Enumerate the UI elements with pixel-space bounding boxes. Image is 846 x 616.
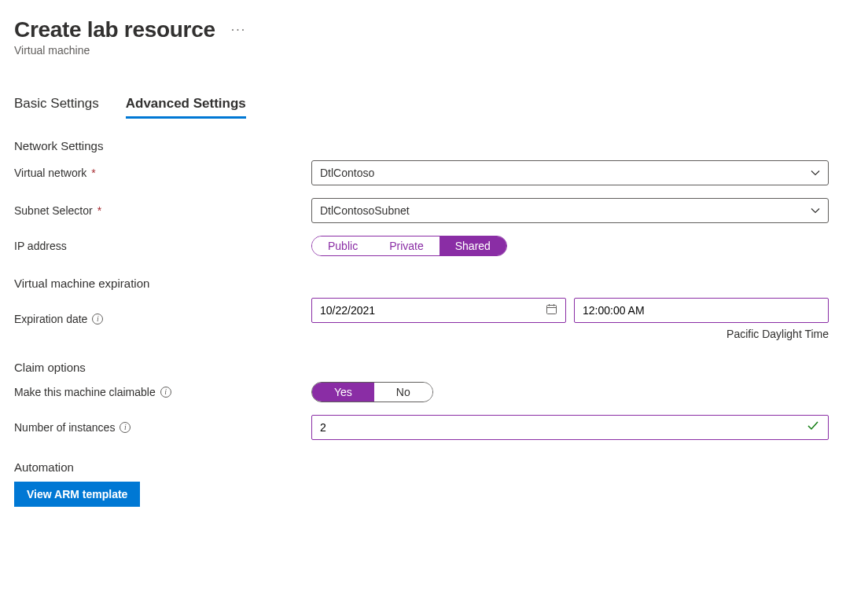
label-subnet-selector-text: Subnet Selector — [14, 204, 93, 217]
virtual-network-value: DtlContoso — [320, 167, 374, 179]
expiration-date-field[interactable] — [320, 304, 546, 317]
section-claim-options: Claim options — [14, 361, 832, 374]
page-title: Create lab resource — [14, 17, 215, 42]
label-expiration-date-text: Expiration date — [14, 313, 87, 325]
virtual-network-select[interactable]: DtlContoso — [311, 160, 829, 185]
section-vm-expiration: Virtual machine expiration — [14, 277, 832, 290]
num-instances-input[interactable] — [311, 415, 829, 440]
tab-basic-settings[interactable]: Basic Settings — [14, 96, 99, 119]
expiration-time-input[interactable] — [574, 298, 829, 323]
ip-option-shared[interactable]: Shared — [440, 236, 506, 255]
claimable-no[interactable]: No — [374, 383, 432, 402]
label-num-instances-text: Number of instances — [14, 421, 115, 434]
tabs: Basic Settings Advanced Settings — [14, 96, 832, 119]
view-arm-template-button[interactable]: View ARM template — [14, 482, 140, 507]
info-icon[interactable]: i — [160, 387, 171, 398]
check-icon — [806, 419, 820, 437]
calendar-icon[interactable] — [546, 303, 557, 317]
subnet-selector-value: DtlContosoSubnet — [320, 204, 410, 217]
required-indicator: * — [91, 167, 95, 179]
claimable-toggle: Yes No — [311, 382, 433, 402]
label-num-instances: Number of instances i — [14, 421, 311, 434]
label-expiration-date: Expiration date i — [14, 313, 311, 325]
expiration-time-field[interactable] — [583, 304, 820, 317]
label-virtual-network-text: Virtual network — [14, 167, 86, 179]
label-make-claimable-text: Make this machine claimable — [14, 386, 156, 398]
ip-option-public[interactable]: Public — [312, 236, 373, 255]
info-icon[interactable]: i — [92, 314, 103, 324]
subnet-selector-select[interactable]: DtlContosoSubnet — [311, 198, 829, 223]
info-icon[interactable]: i — [120, 422, 131, 433]
more-icon[interactable]: ··· — [231, 23, 246, 37]
label-ip-address: IP address — [14, 240, 311, 252]
chevron-down-icon — [811, 206, 820, 215]
svg-rect-0 — [547, 306, 557, 314]
tab-advanced-settings[interactable]: Advanced Settings — [126, 96, 246, 119]
label-make-claimable: Make this machine claimable i — [14, 386, 311, 398]
required-indicator: * — [97, 204, 101, 217]
num-instances-field[interactable] — [320, 421, 820, 434]
section-network-settings: Network Settings — [14, 139, 832, 152]
page-subtitle: Virtual machine — [14, 44, 832, 57]
ip-address-toggle: Public Private Shared — [311, 236, 507, 256]
expiration-date-input[interactable] — [311, 298, 566, 323]
ip-option-private[interactable]: Private — [373, 236, 440, 255]
claimable-yes[interactable]: Yes — [312, 383, 374, 402]
label-virtual-network: Virtual network * — [14, 167, 311, 179]
timezone-note: Pacific Daylight Time — [311, 328, 829, 340]
chevron-down-icon — [811, 168, 820, 178]
label-subnet-selector: Subnet Selector * — [14, 204, 311, 217]
section-automation: Automation — [14, 460, 832, 474]
